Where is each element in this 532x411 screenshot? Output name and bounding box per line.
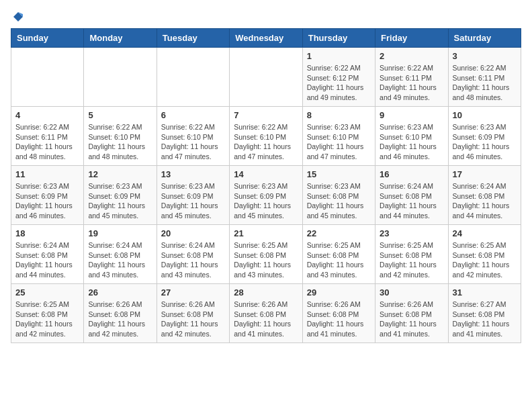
calendar-cell: 3Sunrise: 6:22 AM Sunset: 6:11 PM Daylig…	[448, 48, 521, 107]
calendar-cell: 7Sunrise: 6:22 AM Sunset: 6:10 PM Daylig…	[230, 107, 302, 166]
day-info: Sunrise: 6:23 AM Sunset: 6:09 PM Dayligh…	[453, 122, 517, 162]
weekday-header-row: SundayMondayTuesdayWednesdayThursdayFrid…	[11, 29, 521, 48]
calendar-cell: 13Sunrise: 6:23 AM Sunset: 6:09 PM Dayli…	[157, 166, 229, 225]
calendar-cell: 23Sunrise: 6:25 AM Sunset: 6:08 PM Dayli…	[375, 225, 448, 284]
calendar-cell: 10Sunrise: 6:23 AM Sunset: 6:09 PM Dayli…	[448, 107, 521, 166]
calendar-cell: 21Sunrise: 6:25 AM Sunset: 6:08 PM Dayli…	[230, 225, 302, 284]
calendar-cell: 11Sunrise: 6:23 AM Sunset: 6:09 PM Dayli…	[11, 166, 84, 225]
calendar-cell: 16Sunrise: 6:24 AM Sunset: 6:08 PM Dayli…	[375, 166, 448, 225]
day-info: Sunrise: 6:22 AM Sunset: 6:10 PM Dayligh…	[161, 122, 225, 162]
day-number: 8	[307, 110, 371, 120]
calendar-cell: 25Sunrise: 6:25 AM Sunset: 6:08 PM Dayli…	[11, 284, 84, 343]
calendar-week-row: 25Sunrise: 6:25 AM Sunset: 6:08 PM Dayli…	[11, 284, 521, 343]
calendar-cell: 17Sunrise: 6:24 AM Sunset: 6:08 PM Dayli…	[448, 166, 521, 225]
day-number: 15	[307, 169, 371, 179]
day-number: 7	[234, 110, 298, 120]
day-info: Sunrise: 6:27 AM Sunset: 6:08 PM Dayligh…	[453, 300, 517, 339]
calendar-week-row: 1Sunrise: 6:22 AM Sunset: 6:12 PM Daylig…	[11, 48, 521, 107]
calendar-cell: 22Sunrise: 6:25 AM Sunset: 6:08 PM Dayli…	[302, 225, 375, 284]
calendar-cell: 2Sunrise: 6:22 AM Sunset: 6:11 PM Daylig…	[375, 48, 448, 107]
day-info: Sunrise: 6:25 AM Sunset: 6:08 PM Dayligh…	[307, 240, 371, 280]
calendar-cell: 20Sunrise: 6:24 AM Sunset: 6:08 PM Dayli…	[157, 225, 229, 284]
weekday-header-saturday: Saturday	[448, 29, 521, 48]
day-number: 12	[88, 169, 152, 179]
day-number: 18	[15, 228, 79, 238]
day-info: Sunrise: 6:23 AM Sunset: 6:10 PM Dayligh…	[380, 122, 443, 162]
day-info: Sunrise: 6:24 AM Sunset: 6:08 PM Dayligh…	[380, 181, 443, 221]
calendar-week-row: 18Sunrise: 6:24 AM Sunset: 6:08 PM Dayli…	[11, 225, 521, 284]
day-info: Sunrise: 6:25 AM Sunset: 6:08 PM Dayligh…	[15, 300, 79, 339]
calendar-cell: 31Sunrise: 6:27 AM Sunset: 6:08 PM Dayli…	[448, 284, 521, 343]
calendar-cell: 1Sunrise: 6:22 AM Sunset: 6:12 PM Daylig…	[302, 48, 375, 107]
day-number: 2	[380, 51, 443, 61]
weekday-header-sunday: Sunday	[11, 29, 84, 48]
calendar-cell: 4Sunrise: 6:22 AM Sunset: 6:11 PM Daylig…	[11, 107, 84, 166]
day-number: 20	[161, 228, 225, 238]
calendar-cell: 26Sunrise: 6:26 AM Sunset: 6:08 PM Dayli…	[84, 284, 157, 343]
day-info: Sunrise: 6:23 AM Sunset: 6:09 PM Dayligh…	[15, 181, 79, 221]
calendar-cell	[157, 48, 229, 107]
day-number: 24	[453, 228, 517, 238]
day-number: 27	[161, 287, 225, 298]
day-info: Sunrise: 6:23 AM Sunset: 6:09 PM Dayligh…	[234, 181, 298, 221]
day-number: 22	[307, 228, 371, 238]
day-number: 19	[88, 228, 152, 238]
calendar-table: SundayMondayTuesdayWednesdayThursdayFrid…	[11, 28, 521, 343]
day-number: 21	[234, 228, 298, 238]
page-header	[11, 11, 521, 20]
day-info: Sunrise: 6:22 AM Sunset: 6:11 PM Dayligh…	[453, 63, 517, 103]
day-number: 25	[15, 287, 79, 298]
calendar-cell: 15Sunrise: 6:23 AM Sunset: 6:08 PM Dayli…	[302, 166, 375, 225]
calendar-cell	[84, 48, 157, 107]
weekday-header-thursday: Thursday	[302, 29, 375, 48]
day-info: Sunrise: 6:24 AM Sunset: 6:08 PM Dayligh…	[453, 181, 517, 221]
day-number: 31	[453, 287, 517, 298]
day-number: 5	[88, 110, 152, 120]
calendar-cell: 27Sunrise: 6:26 AM Sunset: 6:08 PM Dayli…	[157, 284, 229, 343]
day-info: Sunrise: 6:26 AM Sunset: 6:08 PM Dayligh…	[88, 300, 152, 339]
calendar-cell: 5Sunrise: 6:22 AM Sunset: 6:10 PM Daylig…	[84, 107, 157, 166]
day-info: Sunrise: 6:25 AM Sunset: 6:08 PM Dayligh…	[380, 240, 443, 280]
calendar-cell: 6Sunrise: 6:22 AM Sunset: 6:10 PM Daylig…	[157, 107, 229, 166]
day-info: Sunrise: 6:26 AM Sunset: 6:08 PM Dayligh…	[234, 300, 298, 339]
calendar-cell	[11, 48, 84, 107]
day-number: 13	[161, 169, 225, 179]
calendar-cell: 14Sunrise: 6:23 AM Sunset: 6:09 PM Dayli…	[230, 166, 302, 225]
day-number: 26	[88, 287, 152, 298]
day-number: 9	[380, 110, 443, 120]
day-info: Sunrise: 6:22 AM Sunset: 6:10 PM Dayligh…	[88, 122, 152, 162]
calendar-cell: 30Sunrise: 6:26 AM Sunset: 6:08 PM Dayli…	[375, 284, 448, 343]
calendar-cell: 29Sunrise: 6:26 AM Sunset: 6:08 PM Dayli…	[302, 284, 375, 343]
calendar-cell: 28Sunrise: 6:26 AM Sunset: 6:08 PM Dayli…	[230, 284, 302, 343]
weekday-header-friday: Friday	[375, 29, 448, 48]
day-info: Sunrise: 6:23 AM Sunset: 6:09 PM Dayligh…	[161, 181, 225, 221]
day-number: 23	[380, 228, 443, 238]
day-number: 6	[161, 110, 225, 120]
day-info: Sunrise: 6:22 AM Sunset: 6:10 PM Dayligh…	[234, 122, 298, 162]
day-number: 14	[234, 169, 298, 179]
day-number: 10	[453, 110, 517, 120]
day-info: Sunrise: 6:26 AM Sunset: 6:08 PM Dayligh…	[161, 300, 225, 339]
day-number: 1	[307, 51, 371, 61]
weekday-header-monday: Monday	[84, 29, 157, 48]
day-number: 17	[453, 169, 517, 179]
day-number: 16	[380, 169, 443, 179]
day-number: 3	[453, 51, 517, 61]
day-info: Sunrise: 6:23 AM Sunset: 6:08 PM Dayligh…	[307, 181, 371, 221]
day-info: Sunrise: 6:24 AM Sunset: 6:08 PM Dayligh…	[161, 240, 225, 280]
day-info: Sunrise: 6:25 AM Sunset: 6:08 PM Dayligh…	[234, 240, 298, 280]
logo	[11, 11, 24, 20]
calendar-cell: 8Sunrise: 6:23 AM Sunset: 6:10 PM Daylig…	[302, 107, 375, 166]
day-info: Sunrise: 6:23 AM Sunset: 6:10 PM Dayligh…	[307, 122, 371, 162]
day-info: Sunrise: 6:25 AM Sunset: 6:08 PM Dayligh…	[453, 240, 517, 280]
day-info: Sunrise: 6:24 AM Sunset: 6:08 PM Dayligh…	[88, 240, 152, 280]
calendar-cell	[230, 48, 302, 107]
day-info: Sunrise: 6:23 AM Sunset: 6:09 PM Dayligh…	[88, 181, 152, 221]
day-number: 30	[380, 287, 443, 298]
day-number: 28	[234, 287, 298, 298]
calendar-cell: 19Sunrise: 6:24 AM Sunset: 6:08 PM Dayli…	[84, 225, 157, 284]
day-info: Sunrise: 6:26 AM Sunset: 6:08 PM Dayligh…	[380, 300, 443, 339]
day-info: Sunrise: 6:22 AM Sunset: 6:11 PM Dayligh…	[380, 63, 443, 103]
calendar-cell: 24Sunrise: 6:25 AM Sunset: 6:08 PM Dayli…	[448, 225, 521, 284]
logo-icon	[12, 11, 24, 23]
